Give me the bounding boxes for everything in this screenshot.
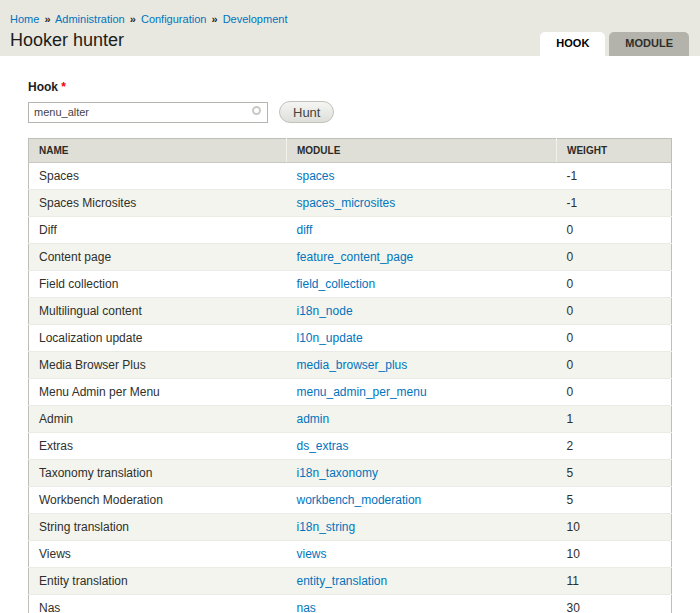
module-cell: ds_extras: [287, 433, 557, 460]
breadcrumb-link-development[interactable]: Development: [223, 13, 288, 25]
hook-name-cell: Media Browser Plus: [29, 352, 287, 379]
weight-cell: 1: [557, 406, 672, 433]
breadcrumb-separator: »: [211, 13, 217, 25]
hunt-button[interactable]: Hunt: [279, 101, 334, 123]
hook-name-cell: Workbench Moderation: [29, 487, 287, 514]
table-row: Taxonomy translationi18n_taxonomy5: [29, 460, 672, 487]
breadcrumb-separator: »: [44, 13, 50, 25]
hook-name-cell: Diff: [29, 217, 287, 244]
weight-cell: 0: [557, 379, 672, 406]
weight-cell: 30: [557, 595, 672, 613]
module-cell: field_collection: [287, 271, 557, 298]
table-row: Entity translationentity_translation11: [29, 568, 672, 595]
module-cell: i18n_string: [287, 514, 557, 541]
hook-search-input[interactable]: [28, 102, 268, 123]
hook-input-row: Hunt: [28, 101, 672, 123]
weight-cell: 5: [557, 460, 672, 487]
hook-name-cell: Spaces: [29, 163, 287, 190]
weight-cell: -1: [557, 163, 672, 190]
module-link[interactable]: field_collection: [297, 277, 376, 291]
table-row: Workbench Moderationworkbench_moderation…: [29, 487, 672, 514]
module-cell: workbench_moderation: [287, 487, 557, 514]
module-link[interactable]: admin: [297, 412, 330, 426]
weight-cell: 11: [557, 568, 672, 595]
table-row: Spaces Micrositesspaces_microsites-1: [29, 190, 672, 217]
module-link[interactable]: ds_extras: [297, 439, 349, 453]
module-link[interactable]: feature_content_page: [297, 250, 414, 264]
primary-tabs: HOOK MODULE: [540, 0, 689, 56]
weight-cell: 2: [557, 433, 672, 460]
module-link[interactable]: l10n_update: [297, 331, 363, 345]
hook-name-cell: Views: [29, 541, 287, 568]
module-link[interactable]: views: [297, 547, 327, 561]
module-link[interactable]: workbench_moderation: [297, 493, 422, 507]
hook-name-cell: Spaces Microsites: [29, 190, 287, 217]
module-link[interactable]: spaces_microsites: [297, 196, 396, 210]
module-link[interactable]: menu_admin_per_menu: [297, 385, 427, 399]
table-row: Viewsviews10: [29, 541, 672, 568]
table-row: Content pagefeature_content_page0: [29, 244, 672, 271]
hook-name-cell: Nas: [29, 595, 287, 613]
tab-hook[interactable]: HOOK: [540, 32, 605, 56]
weight-cell: 10: [557, 514, 672, 541]
tab-module[interactable]: MODULE: [609, 32, 689, 56]
hook-field: Hook * Hunt: [28, 77, 672, 123]
table-row: Diffdiff0: [29, 217, 672, 244]
module-link[interactable]: i18n_taxonomy: [297, 466, 378, 480]
breadcrumb-link-configuration[interactable]: Configuration: [141, 13, 206, 25]
hook-name-cell: Menu Admin per Menu: [29, 379, 287, 406]
module-cell: nas: [287, 595, 557, 613]
table-row: Field collectionfield_collection0: [29, 271, 672, 298]
hook-name-cell: Content page: [29, 244, 287, 271]
weight-cell: 0: [557, 217, 672, 244]
module-cell: media_browser_plus: [287, 352, 557, 379]
weight-cell: 10: [557, 541, 672, 568]
table-row: Adminadmin1: [29, 406, 672, 433]
required-marker: *: [61, 80, 66, 94]
hook-name-cell: Field collection: [29, 271, 287, 298]
module-link[interactable]: spaces: [297, 169, 335, 183]
hook-name-cell: Admin: [29, 406, 287, 433]
hook-field-label: Hook *: [28, 80, 66, 94]
module-cell: admin: [287, 406, 557, 433]
module-cell: i18n_node: [287, 298, 557, 325]
module-cell: l10n_update: [287, 325, 557, 352]
module-cell: menu_admin_per_menu: [287, 379, 557, 406]
module-link[interactable]: media_browser_plus: [297, 358, 408, 372]
breadcrumb: Home » Administration » Configuration » …: [10, 13, 287, 25]
weight-cell: 5: [557, 487, 672, 514]
hook-name-cell: Taxonomy translation: [29, 460, 287, 487]
weight-cell: 0: [557, 298, 672, 325]
module-link[interactable]: entity_translation: [297, 574, 388, 588]
autocomplete-circle-icon: [252, 106, 261, 115]
main-content: Hook * Hunt NAME MODULE WEIGHT Spacesspa…: [0, 56, 700, 613]
breadcrumb-link-administration[interactable]: Administration: [55, 13, 125, 25]
table-row: Localization updatel10n_update0: [29, 325, 672, 352]
table-row: Extrasds_extras2: [29, 433, 672, 460]
module-link[interactable]: i18n_node: [297, 304, 353, 318]
hooks-table-body: Spacesspaces-1Spaces Micrositesspaces_mi…: [29, 163, 672, 613]
module-cell: spaces_microsites: [287, 190, 557, 217]
header-left: Home » Administration » Configuration » …: [10, 0, 287, 56]
breadcrumb-link-home[interactable]: Home: [10, 13, 39, 25]
weight-cell: 0: [557, 244, 672, 271]
module-link[interactable]: i18n_string: [297, 520, 356, 534]
module-link[interactable]: nas: [297, 601, 316, 613]
module-cell: i18n_taxonomy: [287, 460, 557, 487]
hook-field-label-text: Hook: [28, 80, 58, 94]
weight-cell: 0: [557, 352, 672, 379]
table-header-row: NAME MODULE WEIGHT: [29, 139, 672, 163]
table-row: String translationi18n_string10: [29, 514, 672, 541]
module-link[interactable]: diff: [297, 223, 313, 237]
hooks-table: NAME MODULE WEIGHT Spacesspaces-1Spaces …: [28, 138, 672, 613]
page-title: Hooker hunter: [10, 30, 287, 51]
module-cell: entity_translation: [287, 568, 557, 595]
weight-cell: 0: [557, 325, 672, 352]
hook-name-cell: Multilingual content: [29, 298, 287, 325]
hook-name-cell: String translation: [29, 514, 287, 541]
table-row: Menu Admin per Menumenu_admin_per_menu0: [29, 379, 672, 406]
column-header-name: NAME: [29, 139, 287, 163]
weight-cell: 0: [557, 271, 672, 298]
column-header-module: MODULE: [287, 139, 557, 163]
weight-cell: -1: [557, 190, 672, 217]
